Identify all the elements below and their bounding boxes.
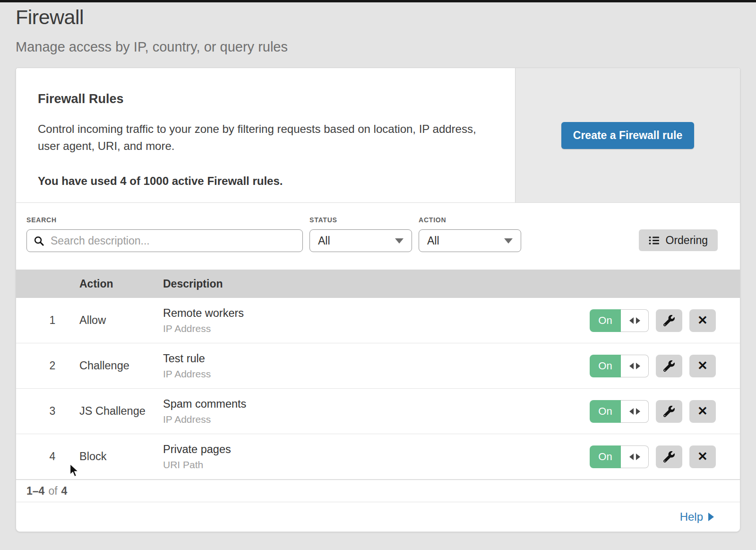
rule-priority-number: 1 <box>16 314 79 327</box>
help-arrow-icon <box>708 513 714 521</box>
arrow-right-icon <box>636 363 640 369</box>
arrow-right-icon <box>636 408 640 415</box>
list-icon <box>649 236 660 245</box>
pagination-range: 1–4 <box>26 485 44 498</box>
delete-rule-button[interactable]: ✕ <box>689 400 716 423</box>
create-rule-section: Create a Firewall rule <box>515 68 740 202</box>
help-link-label: Help <box>680 510 703 524</box>
rule-description-cell: Spam comments IP Address <box>163 398 590 425</box>
rule-description-cell: Test rule IP Address <box>163 352 590 380</box>
delete-rule-button[interactable]: ✕ <box>689 355 716 377</box>
arrow-left-icon <box>629 363 634 369</box>
search-filter-group: SEARCH <box>26 216 303 252</box>
action-select[interactable]: All <box>419 229 521 252</box>
action-label: ACTION <box>419 216 528 224</box>
delete-rule-button[interactable]: ✕ <box>689 445 716 468</box>
search-label: SEARCH <box>26 216 303 224</box>
rule-description: Test rule <box>163 352 590 365</box>
edit-rule-button[interactable] <box>656 309 682 332</box>
rule-controls: On ✕ <box>590 400 740 423</box>
rule-description-cell: Private pages URI Path <box>163 443 590 471</box>
pagination-separator: of <box>48 485 57 498</box>
ordering-button-label: Ordering <box>666 234 708 247</box>
rule-controls: On ✕ <box>590 355 740 377</box>
panel-description: Control incoming traffic to your zone by… <box>38 121 482 155</box>
firewall-rules-intro-panel: Firewall Rules Control incoming traffic … <box>16 68 740 203</box>
rule-priority-number: 3 <box>16 405 79 418</box>
status-selected-value: All <box>318 235 330 247</box>
toggle-handle[interactable] <box>621 400 649 423</box>
create-firewall-rule-button[interactable]: Create a Firewall rule <box>561 122 694 149</box>
close-icon: ✕ <box>697 358 708 373</box>
toggle-handle[interactable] <box>621 445 649 468</box>
toggle-on-label: On <box>590 355 621 377</box>
close-icon: ✕ <box>697 449 708 464</box>
status-label: STATUS <box>309 216 419 224</box>
rule-match-type: IP Address <box>163 323 590 334</box>
arrow-left-icon <box>629 408 634 415</box>
wrench-icon <box>663 360 675 372</box>
rule-enabled-toggle[interactable]: On <box>590 400 649 423</box>
rule-description: Private pages <box>163 443 590 456</box>
close-icon: ✕ <box>697 404 708 419</box>
pagination-total: 4 <box>61 485 68 498</box>
toggle-on-label: On <box>590 400 621 423</box>
rule-enabled-toggle[interactable]: On <box>590 355 649 377</box>
chevron-down-icon <box>395 238 404 244</box>
rule-action: JS Challenge <box>79 405 163 418</box>
arrow-left-icon <box>629 454 634 460</box>
arrow-right-icon <box>636 317 640 324</box>
wrench-icon <box>663 406 675 417</box>
rule-description: Remote workers <box>163 307 590 320</box>
toggle-handle[interactable] <box>621 355 649 377</box>
panel-title: Firewall Rules <box>38 92 482 106</box>
usage-summary: You have used 4 of 1000 active Firewall … <box>38 175 482 188</box>
window-top-edge <box>0 0 756 2</box>
rule-action: Challenge <box>79 359 163 372</box>
rule-match-type: IP Address <box>163 368 590 380</box>
filter-bar: SEARCH STATUS All ACTION All <box>16 203 740 270</box>
status-filter-group: STATUS All <box>309 216 419 252</box>
rule-action: Allow <box>79 314 163 327</box>
rule-action: Block <box>79 450 163 463</box>
rule-enabled-toggle[interactable]: On <box>590 309 649 332</box>
rule-enabled-toggle[interactable]: On <box>590 445 649 468</box>
wrench-icon <box>663 451 675 463</box>
arrow-left-icon <box>629 317 634 324</box>
delete-rule-button[interactable]: ✕ <box>689 309 716 332</box>
close-icon: ✕ <box>697 313 708 328</box>
search-input[interactable] <box>50 234 296 248</box>
page-title: Firewall <box>16 6 288 29</box>
help-link[interactable]: Help <box>680 510 714 524</box>
arrow-right-icon <box>636 454 640 460</box>
wrench-icon <box>663 315 675 326</box>
rules-table-header: Action Description <box>16 270 740 298</box>
search-box[interactable] <box>26 229 303 252</box>
rules-table-body: 1 Allow Remote workers IP Address On <box>16 298 740 480</box>
table-row: 4 Block Private pages URI Path On <box>16 434 740 480</box>
rule-controls: On ✕ <box>590 309 740 332</box>
edit-rule-button[interactable] <box>656 355 682 377</box>
search-icon <box>34 236 44 246</box>
intro-text-section: Firewall Rules Control incoming traffic … <box>16 68 515 202</box>
rule-match-type: URI Path <box>163 459 590 471</box>
chevron-down-icon <box>504 238 513 244</box>
rule-description: Spam comments <box>163 398 590 410</box>
action-filter-group: ACTION All <box>419 216 528 252</box>
help-row: Help <box>16 502 740 532</box>
page-header: Firewall Manage access by IP, country, o… <box>16 6 288 55</box>
table-row: 1 Allow Remote workers IP Address On <box>16 298 740 343</box>
description-column-header: Description <box>163 278 740 290</box>
status-select[interactable]: All <box>309 229 412 252</box>
toggle-on-label: On <box>590 445 621 468</box>
ordering-button[interactable]: Ordering <box>639 229 718 251</box>
pagination-row: 1–4 of 4 <box>16 480 740 502</box>
toggle-handle[interactable] <box>621 309 649 332</box>
page-subtitle: Manage access by IP, country, or query r… <box>16 39 288 55</box>
table-row: 3 JS Challenge Spam comments IP Address … <box>16 389 740 434</box>
firewall-rules-card: Firewall Rules Control incoming traffic … <box>16 68 740 532</box>
edit-rule-button[interactable] <box>656 445 682 468</box>
action-column-header: Action <box>79 278 163 290</box>
edit-rule-button[interactable] <box>656 400 682 423</box>
table-row: 2 Challenge Test rule IP Address On <box>16 343 740 389</box>
